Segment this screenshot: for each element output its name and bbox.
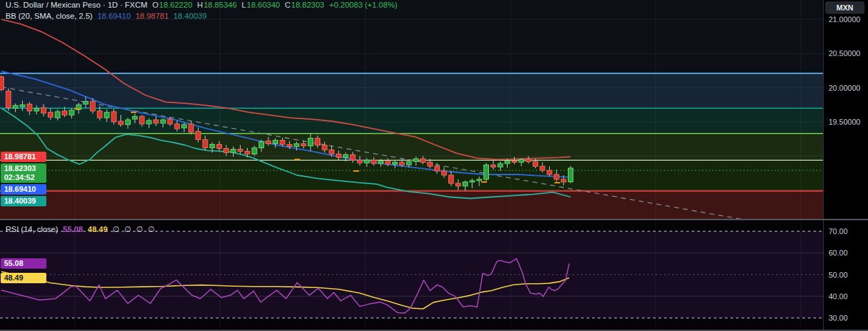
bb-basis-value: 18.69410 [98,12,131,20]
change-value: +0.20083 (+1.08%) [329,1,397,9]
price-badge: 18.40039 [1,196,46,206]
price-tick: 20.00000 [829,84,860,92]
low-value: 18.60340 [247,1,280,9]
rsi-badge: 55.08 [1,258,46,269]
rsi-title[interactable]: RSI (14, close) [6,225,58,233]
rsi-badge: 48.49 [1,273,46,283]
rsi-null-icon: ∅ [124,224,131,234]
rsi-null-icon: ∅ [136,224,143,234]
currency-button[interactable]: MXN [825,1,865,14]
chart-window: U.S. Dollar / Mexican Peso · 1D · FXCM O… [0,0,868,331]
rsi-value: 55.08 [63,225,83,233]
open-value: 18.62220 [159,1,192,9]
price-tick: 20.50000 [829,49,860,57]
bb-upper-value: 18.98781 [136,12,169,20]
bb-legend: BB (20, SMA, close, 2.5) 18.69410 18.987… [6,12,212,20]
close-value: 18.82303 [291,1,324,9]
symbol-title[interactable]: U.S. Dollar / Mexican Peso · 1D · FXCM [6,1,147,9]
pane-separator[interactable] [0,219,868,220]
low-label: L [241,1,246,9]
bb-title[interactable]: BB (20, SMA, close, 2.5) [6,12,93,20]
price-badge: 18.8230302:34:52 [1,163,46,183]
close-label: C [285,1,290,9]
price-tick: 19.50000 [829,118,860,126]
high-label: H [197,1,203,9]
symbol-legend: U.S. Dollar / Mexican Peso · 1D · FXCM O… [6,1,402,9]
chart-canvas[interactable] [0,0,868,331]
rsi-null-icon: ∅ [113,224,120,234]
price-axis[interactable]: 21.0000020.5000020.0000019.5000070.0060.… [823,0,868,331]
price-badge: 18.69410 [1,184,46,195]
high-value: 18.85346 [203,1,237,9]
rsi-null-icon: ∅ [148,224,155,234]
rsi-tick: 30.00 [829,314,848,322]
open-label: O [152,1,158,9]
price-badge: 18.98781 [1,152,46,162]
rsi-tick: 50.00 [829,271,848,279]
rsi-tick: 60.00 [829,249,848,257]
rsi-ma-value: 48.49 [88,225,108,233]
rsi-tick: 40.00 [829,292,848,301]
bb-lower-value: 18.40039 [174,12,207,20]
rsi-legend: RSI (14, close) 55.08 48.49 ∅ ∅ ∅ ∅ [6,224,160,234]
rsi-tick: 70.00 [829,227,848,235]
price-tick: 21.00000 [829,15,860,24]
